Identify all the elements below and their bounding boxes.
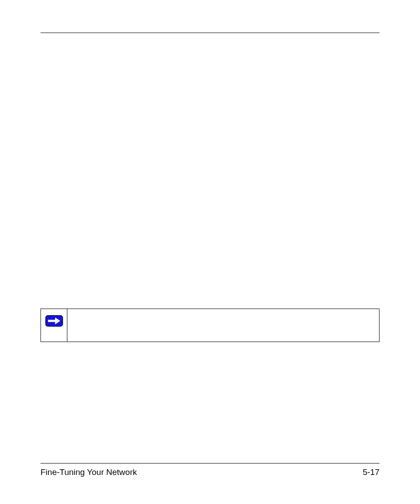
header-rule: [41, 33, 379, 33]
footer-rule: [41, 463, 379, 464]
note-arrow-icon: [45, 315, 63, 327]
footer-section-title: Fine-Tuning Your Network: [41, 467, 137, 477]
note-callout-box: [41, 309, 379, 342]
footer-page-number: 5-17: [363, 467, 379, 477]
arrow-right-icon: [45, 315, 63, 327]
document-page: Fine-Tuning Your Network 5-17: [0, 0, 420, 504]
svg-rect-1: [48, 320, 56, 322]
note-callout-divider: [67, 309, 67, 342]
